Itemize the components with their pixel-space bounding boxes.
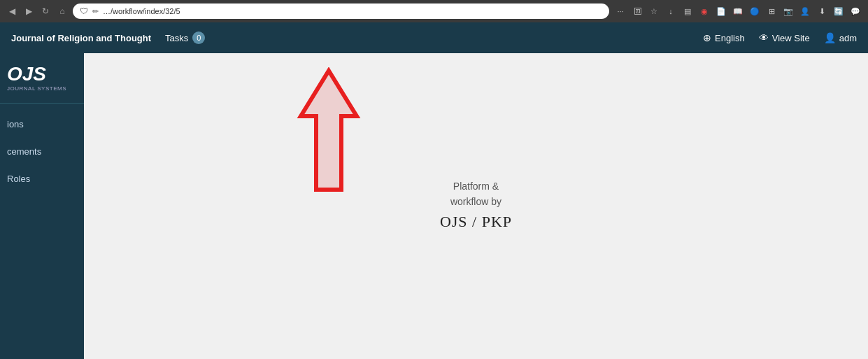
top-nav-right: ⊕ English 👁 View Site 👤 adm [703, 32, 857, 43]
platform-line1: Platform & [440, 178, 512, 194]
extension5-icon[interactable]: 📷 [781, 4, 795, 18]
address-bar[interactable]: 🛡 ✏ …/workflow/index/32/5 [73, 3, 609, 19]
user-icon: 👤 [824, 32, 836, 43]
chat-icon[interactable]: 💬 [848, 4, 862, 18]
language-label: English [715, 33, 745, 43]
tasks-button[interactable]: Tasks 0 [165, 31, 205, 44]
sidebar-item-roles[interactable]: Roles [0, 165, 84, 192]
extension4-icon[interactable]: ⊞ [764, 4, 778, 18]
view-site-link[interactable]: 👁 View Site [759, 32, 810, 43]
logo-text: OJS [7, 64, 77, 84]
user-menu[interactable]: 👤 adm [824, 32, 857, 43]
view-site-label: View Site [772, 33, 810, 43]
red-arrow-indicator [294, 67, 364, 196]
extension3-icon[interactable]: 🔵 [748, 4, 762, 18]
main-area: OJS JOURNAL SYSTEMS ions cements Roles P… [0, 53, 868, 359]
pocket-icon[interactable]: 🞖 [630, 4, 644, 18]
security-shield-icon: 🛡 [80, 6, 88, 16]
browser-back-icon[interactable]: ◀ [6, 5, 18, 17]
browser-home-icon[interactable]: ⌂ [56, 5, 69, 17]
browser-chrome: ◀ ▶ ↻ ⌂ 🛡 ✏ …/workflow/index/32/5 ··· 🞖 … [0, 0, 868, 22]
platform-info: Platform & workflow by OJS / PKP [440, 178, 512, 234]
top-nav: Journal of Religion and Thought Tasks 0 … [0, 22, 868, 53]
tasks-label: Tasks [165, 33, 188, 43]
browser-forward-icon[interactable]: ▶ [22, 5, 35, 17]
sidebar-item-ions[interactable]: ions [0, 111, 84, 138]
sidebar-nav: ions cements Roles [0, 104, 84, 199]
browser-refresh-icon[interactable]: ↻ [39, 5, 52, 17]
eye-icon: 👁 [759, 32, 769, 43]
sidebar: OJS JOURNAL SYSTEMS ions cements Roles [0, 53, 84, 359]
sync-icon[interactable]: 🔄 [832, 4, 846, 18]
content-area: Platform & workflow by OJS / PKP [84, 53, 868, 359]
logo-tagline: JOURNAL SYSTEMS [7, 85, 77, 92]
more-options-icon[interactable]: ··· [613, 4, 627, 18]
journal-title: Journal of Religion and Thought [11, 33, 151, 43]
adblock-icon[interactable]: ◉ [697, 4, 711, 18]
profile-icon[interactable]: 👤 [798, 4, 812, 18]
svg-marker-1 [301, 71, 357, 190]
extension1-icon[interactable]: 📄 [714, 4, 728, 18]
edit-icon: ✏ [92, 7, 99, 16]
platform-line2: workflow by [440, 194, 512, 209]
globe-icon: ⊕ [703, 32, 711, 43]
sidebar-logo: OJS JOURNAL SYSTEMS [0, 53, 84, 104]
download-icon[interactable]: ↓ [664, 4, 678, 18]
reader-icon[interactable]: ▤ [681, 4, 695, 18]
bookmark-icon[interactable]: ☆ [647, 4, 661, 18]
download2-icon[interactable]: ⬇ [815, 4, 829, 18]
url-text: …/workflow/index/32/5 [103, 7, 602, 15]
sidebar-item-cements[interactable]: cements [0, 138, 84, 165]
platform-brand: OJS / PKP [440, 209, 512, 234]
user-label: adm [839, 33, 857, 43]
browser-action-buttons: ··· 🞖 ☆ ↓ ▤ ◉ 📄 📖 🔵 ⊞ 📷 👤 ⬇ 🔄 💬 [613, 4, 862, 18]
extension2-icon[interactable]: 📖 [731, 4, 745, 18]
language-selector[interactable]: ⊕ English [703, 32, 745, 43]
tasks-count: 0 [192, 31, 205, 44]
